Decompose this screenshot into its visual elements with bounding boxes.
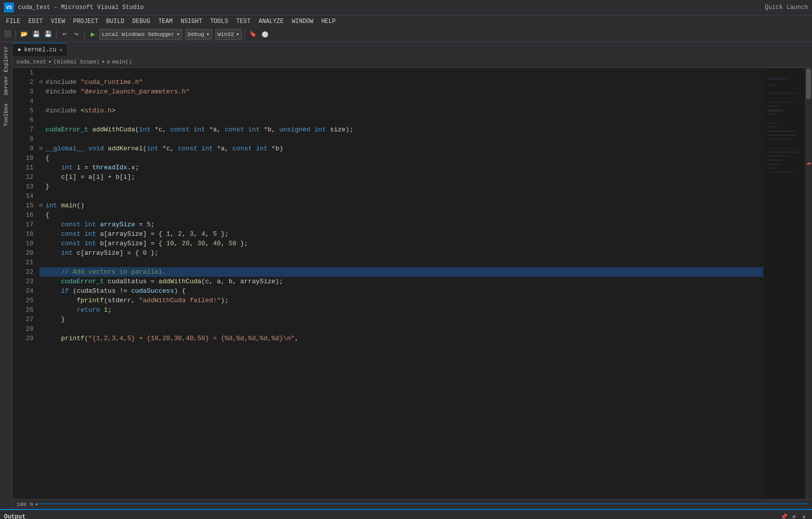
- project-breadcrumb[interactable]: cuda_test: [16, 59, 46, 65]
- code-line-20: int c[arraySize] = { 0 };: [39, 248, 763, 258]
- svg-rect-21: [767, 172, 795, 172]
- menu-file[interactable]: FILE: [2, 17, 24, 26]
- minimap: [765, 68, 805, 499]
- menu-test[interactable]: TEST: [232, 17, 255, 26]
- tab-dirty-icon: ●: [17, 46, 21, 53]
- menu-edit[interactable]: EDIT: [24, 17, 47, 26]
- svg-rect-18: [767, 160, 782, 160]
- code-line-11: int i = threadIdx.x;: [39, 163, 763, 172]
- editor-area: ● kernel.cu ✕ cuda_test ▾ (Global Scope)…: [12, 42, 812, 509]
- new-project-btn[interactable]: ⬛: [2, 29, 13, 40]
- platform-dropdown[interactable]: Win32 ▾: [215, 29, 242, 40]
- scroll-thumb[interactable]: [806, 69, 811, 99]
- menu-view[interactable]: VIEW: [47, 17, 69, 26]
- member-icon: ⊙: [107, 58, 110, 65]
- menu-project[interactable]: PROJECT: [69, 17, 102, 26]
- zoom-control[interactable]: 100 % ▾: [16, 501, 38, 508]
- save-all-btn[interactable]: 💾: [42, 29, 53, 40]
- svg-rect-0: [765, 68, 805, 318]
- code-line-8: [39, 134, 763, 144]
- redo-btn[interactable]: ↪: [71, 29, 82, 40]
- svg-rect-3: [767, 85, 777, 85]
- main-layout: Server Explorer Toolbox ● kernel.cu ✕ cu…: [0, 42, 812, 509]
- output-title: Output: [4, 514, 25, 519]
- toolbox-tab[interactable]: Toolbox: [1, 99, 10, 130]
- line-numbers: 1 2 3 4 5 6 7 8 9 10 11 12 13 14 15 16 1…: [12, 68, 37, 499]
- sep3: [84, 30, 85, 39]
- tab-close-btn[interactable]: ✕: [59, 47, 62, 53]
- svg-rect-12: [767, 131, 795, 131]
- start-debug-btn[interactable]: ▶: [87, 29, 98, 40]
- svg-rect-20: [767, 168, 775, 168]
- menu-help[interactable]: HELP: [317, 17, 340, 26]
- platform-arrow: ▾: [236, 31, 240, 37]
- left-sidebar: Server Explorer Toolbox: [0, 42, 12, 509]
- svg-rect-19: [767, 164, 777, 164]
- code-line-10: {: [39, 153, 763, 163]
- code-line-17: const int arraySize = 5;: [39, 220, 763, 229]
- code-line-15: ⊟int main(): [39, 201, 763, 210]
- menu-team[interactable]: TEAM: [154, 17, 177, 26]
- code-line-7: cudaError_t addWithCuda(int *c, const in…: [39, 125, 763, 134]
- tab-bar: ● kernel.cu ✕: [12, 42, 812, 56]
- debugger-dropdown[interactable]: Local Windows Debugger ▾: [99, 29, 182, 40]
- breadcrumb-sep2: ▾: [101, 58, 105, 65]
- platform-label: Win32: [218, 31, 234, 37]
- open-btn[interactable]: 📂: [18, 29, 29, 40]
- svg-rect-5: [767, 102, 795, 102]
- tab-filename: kernel.cu: [24, 46, 56, 53]
- bookmark-btn[interactable]: 🔖: [247, 29, 258, 40]
- code-line-13: }: [39, 182, 763, 191]
- menu-nsight[interactable]: NSIGHT: [177, 17, 206, 26]
- debugger-label: Local Windows Debugger: [102, 31, 174, 37]
- code-line-12: c[i] = a[i] + b[i];: [39, 172, 763, 182]
- code-container[interactable]: 1 2 3 4 5 6 7 8 9 10 11 12 13 14 15 16 1…: [12, 68, 812, 499]
- undo-btn[interactable]: ↩: [59, 29, 70, 40]
- output-panel: Output 📌 # ✕ Show output from: ⬆ ⬇ ⊠ ↵ 🔍: [0, 509, 812, 519]
- error-mark: [807, 163, 811, 164]
- panel-float-btn[interactable]: #: [790, 513, 798, 519]
- fold-icon-15[interactable]: ⊟: [39, 201, 45, 210]
- server-explorer-tab[interactable]: Server Explorer: [1, 42, 10, 99]
- menu-bar: FILE EDIT VIEW PROJECT BUILD DEBUG TEAM …: [0, 15, 812, 27]
- fold-icon-9[interactable]: ⊟: [39, 144, 45, 153]
- config-dropdown[interactable]: Debug ▾: [185, 29, 212, 40]
- save-btn[interactable]: 💾: [30, 29, 41, 40]
- menu-window[interactable]: WINDOW: [288, 17, 317, 26]
- code-line-6: [39, 115, 763, 125]
- menu-debug[interactable]: DEBUG: [128, 17, 154, 26]
- kernel-cu-tab[interactable]: ● kernel.cu ✕: [12, 43, 68, 56]
- menu-build[interactable]: BUILD: [102, 17, 128, 26]
- code-line-21: [39, 258, 763, 267]
- panel-close-btn[interactable]: ✕: [800, 513, 808, 519]
- svg-rect-17: [767, 156, 787, 156]
- toolbar: ⬛ 📂 💾 💾 ↩ ↪ ▶ Local Windows Debugger ▾ D…: [0, 27, 812, 42]
- menu-analyze[interactable]: ANALYZE: [255, 17, 288, 26]
- menu-tools[interactable]: TOOLS: [206, 17, 232, 26]
- debugger-arrow: ▾: [176, 31, 180, 37]
- svg-rect-16: [767, 152, 800, 152]
- svg-rect-1: [767, 78, 782, 78]
- right-scrollbar[interactable]: [805, 68, 812, 499]
- code-line-26: return 1;: [39, 305, 763, 315]
- vs-logo: VS: [4, 2, 14, 12]
- code-line-29: printf("{1,2,3,4,5} + {10,20,30,40,50} =…: [39, 334, 763, 343]
- svg-rect-11: [767, 127, 775, 127]
- code-line-16: {: [39, 210, 763, 220]
- code-line-3: #include "device_launch_parameters.h": [39, 87, 763, 96]
- code-line-22: // Add vectors in parallel.: [39, 267, 763, 277]
- member-breadcrumb[interactable]: main(): [112, 59, 132, 65]
- breakpoint-btn[interactable]: ⬤: [259, 29, 270, 40]
- code-line-19: const int b[arraySize] = { 10, 20, 30, 4…: [39, 239, 763, 248]
- code-line-28: [39, 324, 763, 334]
- fold-icon-2[interactable]: ⊟: [39, 77, 45, 87]
- sep4: [244, 30, 245, 39]
- code-editor[interactable]: ⊟#include "cuda_runtime.h" #include "dev…: [37, 68, 765, 499]
- breadcrumb-bar: cuda_test ▾ (Global Scope) ▾ ⊙ main(): [12, 56, 812, 68]
- svg-rect-14: [767, 139, 790, 139]
- code-line-24: if (cudaStatus != cudaSuccess) {: [39, 286, 763, 296]
- panel-pin-btn[interactable]: 📌: [780, 513, 788, 519]
- title-bar: VS cuda_test - Microsoft Visual Studio Q…: [0, 0, 812, 15]
- scope-breadcrumb[interactable]: (Global Scope): [53, 59, 99, 65]
- breadcrumb-sep1: ▾: [48, 58, 51, 65]
